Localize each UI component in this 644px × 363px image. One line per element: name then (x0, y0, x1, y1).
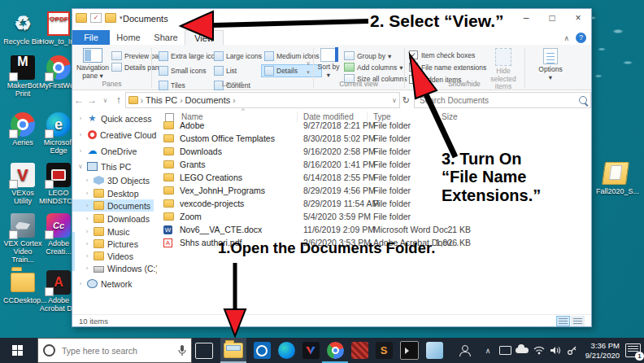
sidebar-item-quick-access[interactable]: ›★Quick access (72, 112, 154, 125)
tray-onedrive-icon[interactable] (514, 338, 530, 363)
vex-cortex-icon (11, 213, 35, 238)
expand-icon[interactable]: › (84, 252, 90, 260)
preview-pane-icon (111, 51, 122, 60)
table-row[interactable]: Adobe9/27/2018 2:21 PMFile folder (157, 120, 591, 132)
taskbar-synergy[interactable]: S (371, 338, 397, 363)
desktop-icon-recycle-bin[interactable]: ♻ Recycle Bin (3, 11, 42, 46)
taskbar-edge[interactable] (273, 338, 299, 363)
desktop-icon-aeries[interactable]: Aeries (3, 112, 42, 147)
task-view-icon[interactable] (195, 343, 213, 359)
expand-icon[interactable]: › (84, 202, 90, 209)
desktop-icon-ccdesktop[interactable]: CCDesktop... (3, 270, 42, 304)
options-button[interactable]: Options▾ (534, 48, 567, 81)
sidebar-item-onedrive[interactable]: ›☁OneDrive (72, 145, 154, 157)
sidebar-item-creative-cloud[interactable]: ›Creative Cloud Files (72, 129, 154, 141)
sidebar-item-this-pc[interactable]: ∨This PC (72, 160, 154, 173)
action-center-icon[interactable]: 1 (625, 343, 641, 357)
tab-share[interactable]: Share (147, 30, 185, 45)
layout-large-icons[interactable]: Large icons (211, 50, 265, 63)
tray-volume-icon[interactable] (548, 338, 563, 363)
taskbar-search[interactable] (37, 338, 192, 363)
expand-icon[interactable]: › (77, 280, 84, 287)
taskbar-command-prompt[interactable] (396, 338, 422, 363)
sort-by-button[interactable]: Sort by ▾ (316, 48, 341, 79)
taskbar-people[interactable] (452, 338, 478, 363)
refresh-icon[interactable]: ↻ (400, 95, 412, 106)
sidebar-item-documents[interactable]: ›Documents (72, 199, 154, 212)
recent-locations-icon[interactable]: ∨ (98, 97, 111, 104)
sidebar-item-downloads[interactable]: ›Downloads (72, 212, 154, 225)
expand-icon[interactable]: › (77, 115, 84, 122)
sidebar-item-videos[interactable]: ›Videos (72, 250, 154, 262)
sidebar-item-pictures[interactable]: ›Pictures (72, 238, 154, 250)
details-view-button[interactable] (556, 316, 570, 326)
help-icon[interactable]: ? (576, 33, 586, 43)
desktop-icon-vex-cortex[interactable]: VEX Cortex Video Train... (3, 213, 42, 264)
desktop-icon-fall2020[interactable]: Fall2020_S... (596, 161, 635, 195)
folder-icon (163, 186, 174, 195)
expand-icon[interactable]: › (84, 240, 90, 247)
back-icon[interactable]: ← (72, 94, 85, 106)
tray-wifi-icon[interactable] (532, 338, 546, 363)
collapse-icon[interactable]: ∨ (77, 163, 84, 170)
collapse-ribbon-icon[interactable]: ∧ (564, 34, 569, 42)
expand-icon[interactable]: › (84, 228, 90, 235)
navigation-pane-button[interactable]: Navigation pane ▾ (76, 48, 110, 80)
sidebar-item-windows-c[interactable]: ›Windows (C:) (72, 262, 154, 274)
properties-icon[interactable]: ✓ (90, 13, 102, 23)
desktop-icon-makerbot-print[interactable]: M MakerBot Print (3, 55, 42, 98)
search-box[interactable] (414, 92, 591, 108)
layout-scrollbar[interactable]: ∧∨▾ (303, 51, 313, 76)
address-dropdown-icon[interactable]: ∨ (392, 97, 397, 104)
expand-icon[interactable]: › (84, 265, 90, 272)
title-bar[interactable]: ✓ ▾ Documents – □ × (72, 9, 591, 30)
sidebar-item-desktop[interactable]: ›Desktop (72, 187, 154, 199)
tab-file[interactable]: File (72, 30, 110, 45)
up-icon[interactable]: ↑ (112, 94, 125, 106)
taskbar-outlook[interactable] (249, 338, 275, 363)
forward-icon[interactable]: → (85, 94, 98, 106)
microphone-icon[interactable] (178, 345, 186, 356)
thumbnails-view-button[interactable] (571, 316, 585, 326)
nav-scrollbar[interactable] (72, 232, 75, 271)
start-button[interactable] (0, 338, 36, 363)
file-name-extensions-checkbox[interactable]: ✓File name extensions (409, 63, 486, 72)
item-check-boxes-checkbox[interactable]: ✓Item check boxes (409, 50, 486, 59)
taskbar-clock[interactable]: 3:36 PM 9/21/2020 (569, 341, 620, 360)
table-row[interactable]: Zoom5/4/2020 3:59 PMFile folder (157, 211, 591, 223)
layout-list[interactable]: List (211, 64, 265, 77)
new-folder-icon[interactable] (105, 13, 116, 23)
tab-home[interactable]: Home (110, 30, 147, 45)
close-button[interactable]: × (565, 9, 591, 28)
maximize-button[interactable]: □ (539, 9, 565, 28)
taskbar-red-app[interactable] (346, 338, 372, 363)
tray-device-icon[interactable] (498, 338, 512, 363)
expand-icon[interactable]: › (77, 131, 84, 138)
sidebar-item-music[interactable]: ›Music (72, 225, 154, 238)
taskbar-file-explorer[interactable] (220, 338, 246, 363)
taskbar-vexcode[interactable] (298, 338, 324, 363)
desktop-icon-label: MakerBot Print (3, 81, 42, 98)
taskbar-chrome[interactable] (322, 338, 348, 363)
outlook-icon (254, 342, 271, 359)
breadcrumb-this-pc[interactable]: This PC (146, 95, 177, 105)
breadcrumb-documents[interactable]: Documents (185, 95, 231, 105)
minimize-button[interactable]: – (513, 9, 539, 28)
sidebar-item-network[interactable]: ›Network (72, 278, 154, 290)
sidebar-item-3d-objects[interactable]: ›3D Objects (72, 174, 154, 186)
taskbar-search-input[interactable] (60, 345, 173, 356)
breadcrumb[interactable]: › This PC › Documents › ∨ (125, 92, 400, 108)
desktop-icon-vexos-utility[interactable]: V VEXos Utility (3, 163, 42, 205)
expand-icon[interactable]: › (84, 215, 90, 222)
expand-icon[interactable]: › (84, 177, 90, 184)
tab-view[interactable]: View (185, 30, 224, 45)
search-input[interactable] (418, 95, 579, 106)
table-row[interactable]: WNov6__VA_CTE.docx11/6/2019 2:09 PMMicro… (157, 224, 591, 236)
expand-icon[interactable]: › (77, 147, 84, 155)
taskbar-blue-app[interactable] (421, 338, 447, 363)
expand-icon[interactable]: › (84, 190, 90, 197)
tray-expand-icon[interactable]: ∧ (481, 338, 494, 363)
qat-dropdown-icon[interactable]: ▾ (120, 15, 123, 21)
search-icon[interactable] (579, 96, 587, 104)
table-row[interactable]: Custom Office Templates8/30/2018 5:02 PM… (157, 133, 591, 145)
